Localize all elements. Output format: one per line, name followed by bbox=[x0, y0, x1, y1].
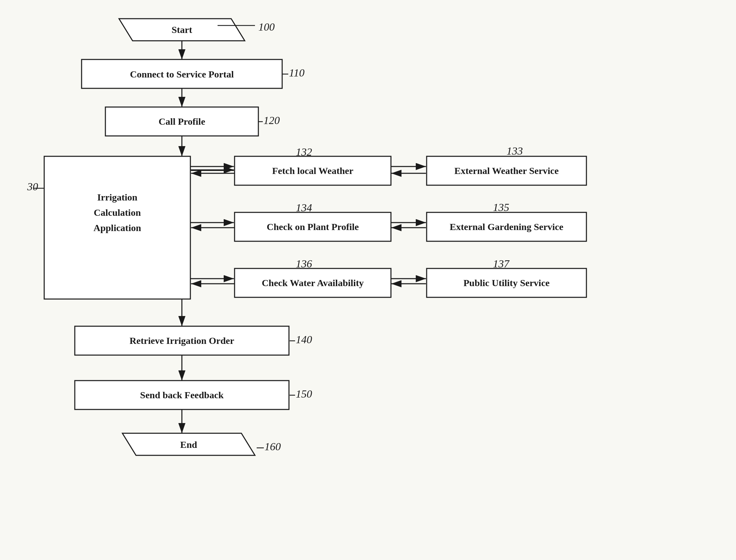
end-label: End bbox=[180, 439, 197, 450]
fetch-weather-label: Fetch local Weather bbox=[272, 165, 354, 176]
ref-150: 150 bbox=[296, 388, 312, 400]
ref-135: 135 bbox=[493, 201, 509, 213]
start-label: Start bbox=[172, 24, 192, 35]
check-water-label: Check Water Availability bbox=[262, 278, 364, 288]
connect-label: Connect to Service Portal bbox=[130, 69, 234, 80]
ext-weather-label: External Weather Service bbox=[455, 165, 559, 176]
ref-30: 30 bbox=[27, 180, 38, 193]
ref-136: 136 bbox=[296, 258, 312, 270]
retrieve-order-label: Retrieve Irrigation Order bbox=[130, 335, 234, 346]
send-feedback-label: Send back Feedback bbox=[140, 390, 224, 400]
irrigation-line1: Irrigation bbox=[97, 192, 138, 203]
ref-120: 120 bbox=[263, 114, 280, 126]
irrigation-line2: Calculation bbox=[94, 207, 141, 218]
irrigation-line3: Application bbox=[93, 223, 141, 233]
ref-160: 160 bbox=[264, 440, 281, 453]
ext-gardening-label: External Gardening Service bbox=[450, 222, 563, 232]
ref-132: 132 bbox=[296, 146, 312, 158]
ref-110: 110 bbox=[289, 67, 305, 79]
ref-134: 134 bbox=[296, 202, 312, 214]
call-profile-label: Call Profile bbox=[158, 116, 205, 127]
diagram-container: Start 100 Connect to Service Portal 110 … bbox=[0, 0, 736, 560]
public-utility-label: Public Utility Service bbox=[463, 278, 550, 288]
ref-100: 100 bbox=[258, 21, 275, 33]
ref-133: 133 bbox=[507, 145, 523, 157]
ref-140: 140 bbox=[296, 333, 312, 346]
ref-137: 137 bbox=[493, 258, 510, 270]
check-plant-label: Check on Plant Profile bbox=[267, 222, 359, 232]
